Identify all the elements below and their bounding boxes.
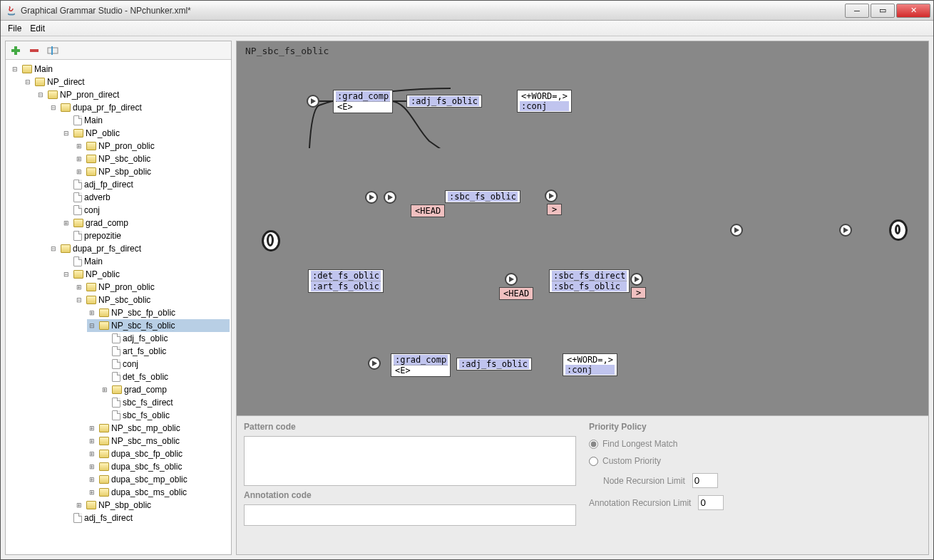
folder-icon [86, 283, 96, 291]
tree-node[interactable]: NP_sbc_mp_oblic [111, 422, 180, 435]
tree-node[interactable]: NP_oblic [86, 127, 120, 140]
port-icon[interactable] [384, 191, 396, 204]
graph-node-sbc2[interactable]: :sbc_fs_direct :sbc_fs_oblic [549, 269, 630, 293]
graph-node-grad-comp[interactable]: :grad_comp <E> [333, 90, 393, 113]
remove-icon[interactable] [29, 45, 40, 56]
tree-node[interactable]: NP_sbp_oblic [98, 499, 151, 512]
port-icon[interactable] [368, 357, 381, 370]
tree-node[interactable]: dupa_sbc_mp_oblic [111, 473, 188, 486]
node-recursion-input[interactable] [692, 473, 718, 488]
node-label: <HEAD [502, 289, 530, 299]
node-label: :grad_comp [336, 91, 390, 102]
graph-node-sbc[interactable]: :sbc_fs_oblic [445, 190, 520, 203]
tree-node[interactable]: dupa_pr_fp_direct [73, 101, 142, 114]
tree-leaf[interactable]: prepozitie [84, 229, 121, 242]
graph-node-gt[interactable]: > [547, 204, 562, 215]
graph-node-grad-comp[interactable]: :grad_comp <E> [391, 353, 451, 377]
file-icon [112, 346, 120, 356]
graph-node-det[interactable]: :det_fs_oblic :art_fs_oblic [308, 269, 384, 293]
close-button[interactable]: ✕ [896, 4, 930, 18]
node-recursion-label: Node Recursion Limit [603, 476, 685, 486]
node-label: :art_fs_oblic [311, 281, 381, 291]
folder-icon [99, 450, 109, 458]
folder-icon [73, 129, 83, 138]
tree-node[interactable]: NP_pron_oblic [98, 281, 155, 294]
tree-node[interactable]: grad_comp [86, 217, 128, 229]
radio-custom-priority[interactable] [589, 457, 598, 466]
annotation-code-input[interactable] [244, 504, 576, 526]
tree-leaf[interactable]: Main [84, 114, 103, 127]
tree-node[interactable]: NP_pron_direct [60, 88, 119, 101]
rename-icon[interactable] [47, 45, 58, 56]
tree-leaf[interactable]: sbc_fs_direct [123, 396, 173, 409]
pattern-code-label: Pattern code [244, 422, 576, 432]
tree-node[interactable]: dupa_pr_fs_direct [73, 242, 141, 255]
annotation-code-label: Annotation code [244, 490, 576, 500]
tree-node[interactable]: dupa_sbc_ms_oblic [111, 486, 187, 499]
folder-icon [73, 270, 83, 279]
port-icon[interactable] [730, 224, 743, 237]
tree-leaf[interactable]: conj [123, 358, 138, 370]
tree-node[interactable]: NP_sbp_oblic [98, 165, 151, 178]
tree-node[interactable]: NP_sbc_oblic [98, 152, 150, 165]
graph-node-head[interactable]: <HEAD [499, 287, 533, 300]
end-node[interactable] [889, 219, 908, 241]
tree-node[interactable]: dupa_sbc_fp_oblic [111, 447, 183, 460]
tree-node[interactable]: dupa_sbc_fs_oblic [111, 460, 182, 473]
add-icon[interactable] [10, 45, 21, 56]
menu-edit[interactable]: Edit [30, 24, 45, 33]
menu-file[interactable]: File [8, 24, 21, 33]
right-panel: NP_sbc_fs_oblic [236, 41, 929, 555]
tree-leaf[interactable]: det_fs_oblic [123, 370, 168, 383]
tree-node[interactable]: grad_comp [124, 383, 167, 396]
pattern-code-input[interactable] [244, 436, 576, 486]
graph-canvas[interactable]: NP_sbc_fs_oblic [236, 41, 929, 416]
file-icon [112, 333, 120, 343]
content-area: ⊟Main ⊟NP_direct ⊟NP_pron_direct ⊟dupa_p… [1, 36, 933, 559]
graph-node-adj[interactable]: :adj_fs_oblic [456, 358, 532, 370]
minimize-button[interactable]: ─ [845, 4, 869, 18]
node-sublabel: <+WORD=,> [565, 355, 615, 365]
graph-node-adj[interactable]: :adj_fs_oblic [406, 95, 482, 108]
app-window: Graphical Grammar Studio - NPchunker.xml… [0, 0, 934, 560]
tree-leaf[interactable]: art_fs_oblic [123, 345, 166, 358]
tree-leaf[interactable]: adverb [84, 191, 111, 204]
maximize-button[interactable]: ▭ [871, 4, 895, 18]
graph-node-word[interactable]: <+WORD=,> :conj [517, 90, 572, 113]
annotation-recursion-input[interactable] [698, 495, 724, 510]
graph-node-gt[interactable]: > [631, 287, 646, 299]
tree-node[interactable]: NP_sbc_fp_oblic [111, 306, 175, 319]
port-icon[interactable] [630, 273, 643, 286]
node-label: :grad_comp [394, 355, 448, 365]
folder-icon [99, 488, 109, 497]
tree-node-selected[interactable]: NP_sbc_fs_oblic [111, 319, 175, 332]
port-icon[interactable] [307, 95, 319, 108]
tree-leaf[interactable]: sbc_fs_oblic [123, 409, 170, 422]
tree-node[interactable]: NP_sbc_oblic [98, 294, 150, 306]
tree-leaf[interactable]: Main [84, 255, 103, 268]
tree-leaf[interactable]: adj_fp_direct [84, 178, 133, 191]
node-label: :sbc_fs_direct [552, 271, 627, 281]
folder-icon [48, 90, 58, 99]
tree-node[interactable]: NP_oblic [86, 268, 120, 281]
menubar: File Edit [1, 21, 933, 36]
node-sublabel: <E> [394, 365, 448, 375]
graph-node-word[interactable]: <+WORD=,> :conj [563, 353, 617, 376]
tree-node[interactable]: NP_sbc_ms_oblic [111, 435, 180, 447]
tree-node[interactable]: NP_direct [47, 76, 85, 88]
grammar-tree[interactable]: ⊟Main ⊟NP_direct ⊟NP_pron_direct ⊟dupa_p… [6, 60, 231, 554]
tree-node[interactable]: NP_pron_oblic [98, 140, 155, 152]
port-icon[interactable] [545, 190, 558, 202]
port-icon[interactable] [505, 273, 518, 286]
port-icon[interactable] [365, 191, 378, 204]
java-icon [6, 5, 17, 16]
graph-node-head[interactable]: <HEAD [411, 204, 445, 217]
start-node[interactable] [262, 230, 280, 252]
tree-leaf[interactable]: adj_fs_direct [84, 512, 133, 524]
radio-longest-match[interactable] [589, 440, 598, 449]
node-label: :adj_fs_oblic [409, 96, 479, 106]
tree-node[interactable]: Main [34, 63, 53, 76]
tree-leaf[interactable]: conj [84, 204, 100, 217]
port-icon[interactable] [839, 224, 852, 237]
tree-leaf[interactable]: adj_fs_oblic [123, 332, 168, 345]
